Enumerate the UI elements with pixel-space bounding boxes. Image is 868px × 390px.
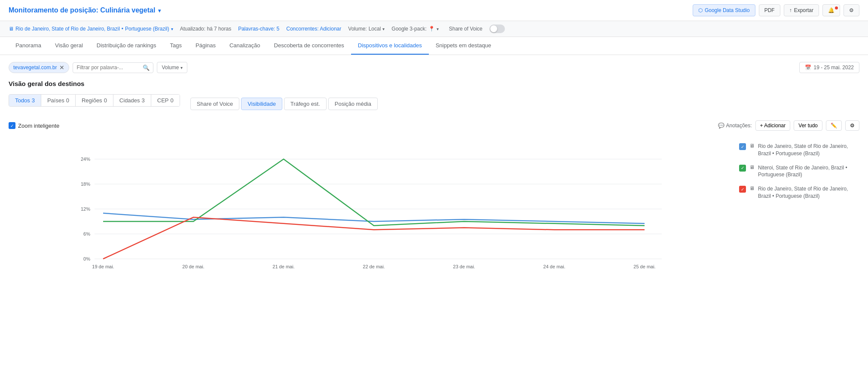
competitors-label: Concorrentes:	[286, 26, 318, 32]
visibilidade-label: Visibilidade	[248, 101, 276, 107]
legend-checkbox-blue[interactable]	[739, 143, 746, 150]
section-title: Visão geral dos destinos	[9, 80, 859, 87]
cep-count: 0	[171, 97, 174, 104]
settings-button[interactable]: ⚙	[844, 4, 859, 16]
view-all-button[interactable]: Ver tudo	[794, 120, 822, 131]
google3pack-label: Google 3-pack:	[391, 26, 426, 32]
toggle-knob	[490, 25, 497, 32]
tab-cep[interactable]: CEP 0	[151, 95, 180, 106]
chart-controls: Zoom inteligente 💬 Anotações: + Adiciona…	[9, 120, 859, 131]
export-label: Exportar	[794, 7, 813, 13]
search-filter: 🔍	[73, 62, 153, 73]
google3pack-dropdown-icon: ▾	[437, 27, 439, 31]
legend-label-blue: Rio de Janeiro, State of Rio de Janeiro,…	[758, 143, 859, 157]
tab-snippets[interactable]: Snippets em destaque	[429, 37, 498, 55]
annotations-controls: 💬 Anotações: + Adicionar Ver tudo ✏️ ⚙	[718, 120, 859, 131]
todos-count: 3	[32, 97, 35, 104]
volume-dropdown-icon: ▾	[382, 27, 385, 31]
location-link[interactable]: 🖥 Rio de Janeiro, State of Rio de Janeir…	[9, 26, 173, 32]
legend-icon-1: 🖥	[749, 143, 755, 149]
paises-label: Países	[47, 97, 64, 104]
bell-icon: 🔔	[828, 7, 834, 13]
svg-text:24 de mai.: 24 de mai.	[543, 264, 565, 269]
search-input[interactable]	[76, 64, 141, 71]
legend-icon-2: 🖥	[749, 164, 755, 170]
tab-dispositivos[interactable]: Dispositivos e localidades	[351, 37, 429, 55]
legend-checkbox-red[interactable]	[739, 186, 746, 193]
location-separator: •	[122, 26, 123, 32]
cidades-label: Cidades	[119, 97, 140, 104]
tab-visibilidade[interactable]: Visibilidade	[241, 98, 282, 110]
volume-filter-button[interactable]: Volume ▾	[157, 62, 187, 73]
tag-label: tevavegetal.com.br	[13, 64, 57, 71]
tab-todos[interactable]: Todos 3	[9, 95, 41, 106]
tab-tags[interactable]: Tags	[163, 37, 189, 55]
tag-remove-button[interactable]: ✕	[59, 64, 64, 71]
tab-regioes[interactable]: Regiões 0	[76, 95, 113, 106]
volume-label: Volume:	[348, 26, 367, 32]
header: Monitoramento de posição: Culinária vege…	[0, 0, 868, 21]
todos-label: Todos	[15, 97, 30, 104]
posicao-label: Posição média	[335, 101, 371, 107]
tab-share-of-voice[interactable]: Share of Voice	[190, 98, 240, 110]
legend-icon-3: 🖥	[749, 185, 755, 191]
svg-text:23 de mai.: 23 de mai.	[453, 264, 475, 269]
tab-distribuicao[interactable]: Distribuição de rankings	[90, 37, 163, 55]
edit-annotations-button[interactable]: ✏️	[826, 120, 842, 131]
volume-value: Local	[369, 26, 381, 32]
tab-paises[interactable]: Países 0	[41, 95, 76, 106]
svg-text:24%: 24%	[81, 157, 90, 162]
svg-text:12%: 12%	[81, 206, 90, 212]
keywords-count: 5	[277, 26, 280, 32]
tab-cidades[interactable]: Cidades 3	[113, 95, 151, 106]
sov-label-text: Share of Voice	[449, 26, 483, 32]
annotations-label: 💬 Anotações:	[718, 123, 752, 129]
competitors-action[interactable]: Adicionar	[320, 26, 341, 32]
trafego-label: Tráfego est.	[290, 101, 320, 107]
svg-text:22 de mai.: 22 de mai.	[363, 264, 385, 269]
project-name[interactable]: Culinária vegetal	[100, 6, 155, 14]
sov-toggle[interactable]	[489, 25, 505, 33]
date-range-button[interactable]: 📅 19 - 25 mai. 2022	[799, 62, 859, 73]
header-right: ⬡ Google Data Studio PDF ↑ Exportar 🔔 ⚙	[693, 4, 859, 16]
notification-dot	[835, 6, 838, 9]
subheader: 🖥 Rio de Janeiro, State of Rio de Janeir…	[0, 21, 868, 37]
comment-icon: 💬	[718, 123, 724, 129]
svg-text:0%: 0%	[83, 256, 90, 261]
tab-descoberta[interactable]: Descoberta de concorrentes	[267, 37, 351, 55]
export-button[interactable]: ↑ Exportar	[784, 4, 819, 16]
gds-label: Google Data Studio	[705, 7, 750, 13]
tab-paginas[interactable]: Páginas	[189, 37, 223, 55]
svg-text:19 de mai.: 19 de mai.	[92, 264, 114, 269]
project-dropdown-icon[interactable]: ▾	[158, 8, 161, 14]
zoom-checkbox[interactable]	[9, 122, 15, 129]
nav-tabs: Panorama Visão geral Distribuição de ran…	[0, 37, 868, 55]
zoom-label: Zoom inteligente	[18, 123, 59, 129]
zoom-check: Zoom inteligente	[9, 122, 59, 129]
tab-trafego[interactable]: Tráfego est.	[284, 98, 327, 110]
page-title: Monitoramento de posição: Culinária vege…	[9, 6, 161, 14]
domain-tag: tevavegetal.com.br ✕	[9, 62, 69, 73]
tab-posicao-media[interactable]: Posição média	[328, 98, 378, 110]
tab-canalizacao[interactable]: Canalização	[223, 37, 267, 55]
add-annotation-button[interactable]: + Adicionar	[755, 120, 791, 131]
location-dropdown-icon[interactable]: ▾	[171, 27, 173, 31]
annotation-settings-button[interactable]: ⚙	[845, 120, 859, 131]
visibility-chart: 24% 18% 12% 6% 0% 19 de mai. 20 de mai. …	[9, 134, 730, 272]
legend-item-red: 🖥 Rio de Janeiro, State of Rio de Janeir…	[739, 185, 859, 200]
pdf-label: PDF	[764, 7, 775, 13]
pdf-button[interactable]: PDF	[759, 4, 780, 16]
cep-label: CEP	[157, 97, 169, 104]
annotations-text: Anotações:	[726, 123, 752, 129]
green-series-line	[103, 159, 645, 226]
location-type-tabs: Todos 3 Países 0 Regiões 0 Cidades 3 CEP…	[9, 94, 180, 107]
tab-panorama[interactable]: Panorama	[9, 37, 48, 55]
gds-button[interactable]: ⬡ Google Data Studio	[693, 4, 755, 16]
tab-visao-geral[interactable]: Visão geral	[48, 37, 90, 55]
sov-label: Share of Voice	[449, 26, 483, 32]
volume-button[interactable]: Volume: Local ▾	[348, 26, 385, 32]
notification-button[interactable]: 🔔	[822, 4, 840, 16]
location-pin-icon: 📍	[428, 26, 435, 32]
google3pack-button[interactable]: Google 3-pack: 📍 ▾	[391, 26, 438, 32]
legend-checkbox-green[interactable]	[739, 165, 746, 172]
